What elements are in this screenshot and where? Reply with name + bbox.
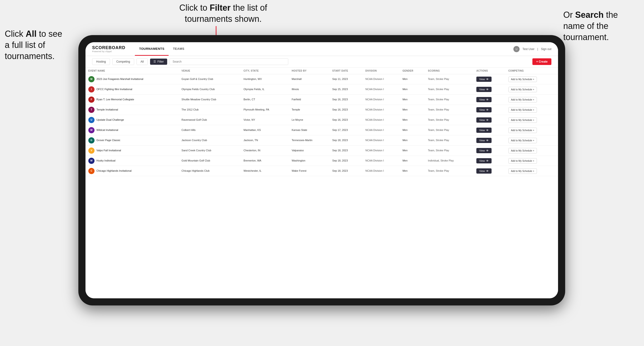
table-row: V Valpo Fall Invitational Sand Creek Cou… <box>86 146 558 156</box>
app-logo: SCOREBOARD Powered by clippd <box>92 45 126 53</box>
eye-icon-3: 👁 <box>486 108 489 111</box>
cell-scoring-0: Team, Stroke Play <box>425 74 474 84</box>
hosting-tab[interactable]: Hosting <box>92 58 110 65</box>
nav-teams[interactable]: TEAMS <box>168 42 188 56</box>
nav-tournaments[interactable]: TOURNAMENTS <box>135 42 168 56</box>
cell-gender-9: Men <box>400 166 425 176</box>
cell-hosted-1: Illinois <box>289 84 329 95</box>
view-label-7: View <box>479 149 485 152</box>
view-button-2[interactable]: View 👁 <box>476 97 492 102</box>
cell-venue-1: Olympia Fields Country Club <box>178 84 240 95</box>
col-division: DIVISION <box>362 68 400 74</box>
cell-division-6: NCAA Division I <box>362 135 400 146</box>
cell-competing-7: Add to My Schedule + <box>506 146 558 156</box>
table-row: W Husky Individual Gold Mountain Golf Cl… <box>86 156 558 166</box>
cell-venue-2: Shuttle Meadow Country Club <box>178 95 240 105</box>
cell-actions-8: View 👁 <box>474 156 506 166</box>
cell-scoring-5: Team, Stroke Play <box>425 125 474 135</box>
all-tab[interactable]: All <box>136 58 148 65</box>
view-button-8[interactable]: View 👁 <box>476 158 492 164</box>
view-button-0[interactable]: View 👁 <box>476 77 492 82</box>
col-hosted-by: HOSTED BY <box>289 68 329 74</box>
cell-date-9: Sep 18, 2023 <box>329 166 362 176</box>
eye-icon-8: 👁 <box>486 159 489 162</box>
add-schedule-button-2[interactable]: Add to My Schedule + <box>508 97 537 102</box>
view-button-6[interactable]: View 👁 <box>476 138 492 143</box>
team-icon-3: T <box>88 107 94 113</box>
cell-gender-6: Men <box>400 135 425 146</box>
create-button[interactable]: + Create <box>532 58 552 65</box>
table-row: I OFCC Fighting Illini Invitational Olym… <box>86 84 558 95</box>
view-button-7[interactable]: View 👁 <box>476 148 492 153</box>
cell-actions-9: View 👁 <box>474 166 506 176</box>
cell-date-1: Sep 15, 2023 <box>329 84 362 95</box>
add-schedule-button-5[interactable]: Add to My Schedule + <box>508 128 537 133</box>
event-name-9: Chicago Highlands Invitational <box>96 169 132 173</box>
cell-date-4: Sep 16, 2023 <box>329 115 362 125</box>
user-label: Test User <box>522 47 534 51</box>
cell-actions-3: View 👁 <box>474 105 506 115</box>
cell-city-1: Olympia Fields, IL <box>241 84 289 95</box>
cell-hosted-3: Temple <box>289 105 329 115</box>
cell-division-8: NCAA Division I <box>362 156 400 166</box>
cell-scoring-9: Team, Stroke Play <box>425 166 474 176</box>
header-right: U Test User | Sign out <box>514 46 552 52</box>
cell-city-9: Westchester, IL <box>241 166 289 176</box>
add-schedule-button-7[interactable]: Add to My Schedule + <box>508 148 537 154</box>
sign-out-link[interactable]: Sign out <box>541 47 552 51</box>
view-label-5: View <box>479 129 485 132</box>
cell-actions-7: View 👁 <box>474 146 506 156</box>
view-button-1[interactable]: View 👁 <box>476 87 492 92</box>
table-row: G Grover Page Classic Jackson Country Cl… <box>86 135 558 146</box>
col-scoring: SCORING <box>425 68 474 74</box>
cell-competing-2: Add to My Schedule + <box>506 95 558 105</box>
add-schedule-button-8[interactable]: Add to My Schedule + <box>508 158 537 164</box>
add-schedule-button-3[interactable]: Add to My Schedule + <box>508 107 537 113</box>
cell-city-6: Jackson, TN <box>241 135 289 146</box>
add-schedule-button-9[interactable]: Add to My Schedule + <box>508 168 537 174</box>
cell-date-8: Sep 18, 2023 <box>329 156 362 166</box>
cell-gender-7: Men <box>400 146 425 156</box>
event-name-5: Wildcat Invitational <box>96 128 118 132</box>
add-schedule-button-4[interactable]: Add to My Schedule + <box>508 117 537 123</box>
event-name-3: Temple Invitational <box>96 108 118 111</box>
view-label-1: View <box>479 88 485 91</box>
toolbar: Hosting Competing All ☰ Filter + Create <box>86 56 558 68</box>
cell-event-name-1: I OFCC Fighting Illini Invitational <box>86 84 178 95</box>
view-button-3[interactable]: View 👁 <box>476 107 492 112</box>
view-button-4[interactable]: View 👁 <box>476 117 492 123</box>
search-input[interactable] <box>170 58 288 65</box>
user-avatar: U <box>514 46 520 52</box>
cell-venue-3: The 1912 Club <box>178 105 240 115</box>
cell-competing-3: Add to My Schedule + <box>506 105 558 115</box>
competing-tab[interactable]: Competing <box>112 58 134 65</box>
cell-gender-4: Men <box>400 115 425 125</box>
cell-event-name-4: U Upstate Dual Challenge <box>86 115 178 125</box>
add-schedule-button-6[interactable]: Add to My Schedule + <box>508 138 537 143</box>
table-header-row: EVENT NAME VENUE CITY, STATE HOSTED BY S… <box>86 68 558 74</box>
col-competing: COMPETING <box>506 68 558 74</box>
cell-scoring-4: Team, Stroke Play <box>425 115 474 125</box>
eye-icon-7: 👁 <box>486 149 489 152</box>
cell-gender-0: Men <box>400 74 425 84</box>
app-header: SCOREBOARD Powered by clippd TOURNAMENTS… <box>86 42 558 56</box>
filter-button[interactable]: ☰ Filter <box>150 59 167 65</box>
add-schedule-button-0[interactable]: Add to My Schedule + <box>508 77 537 82</box>
cell-division-4: NCAA Division I <box>362 115 400 125</box>
view-label-2: View <box>479 98 485 101</box>
table-row: U Upstate Dual Challenge Ravenwood Golf … <box>86 115 558 125</box>
cell-division-7: NCAA Division I <box>362 146 400 156</box>
team-icon-9: C <box>88 168 94 174</box>
view-button-5[interactable]: View 👁 <box>476 128 492 133</box>
view-button-9[interactable]: View 👁 <box>476 168 492 173</box>
logo-title: SCOREBOARD <box>92 45 126 50</box>
add-schedule-button-1[interactable]: Add to My Schedule + <box>508 87 537 92</box>
cell-hosted-7: Valparaiso <box>289 146 329 156</box>
annotation-left: Click All to see a full list of tourname… <box>5 28 66 62</box>
team-icon-7: V <box>88 148 94 154</box>
cell-scoring-3: Team, Stroke Play <box>425 105 474 115</box>
team-icon-1: I <box>88 86 94 92</box>
cell-scoring-2: Team, Stroke Play <box>425 95 474 105</box>
cell-event-name-9: C Chicago Highlands Invitational <box>86 166 178 176</box>
cell-venue-0: Guyan Golf & Country Club <box>178 74 240 84</box>
